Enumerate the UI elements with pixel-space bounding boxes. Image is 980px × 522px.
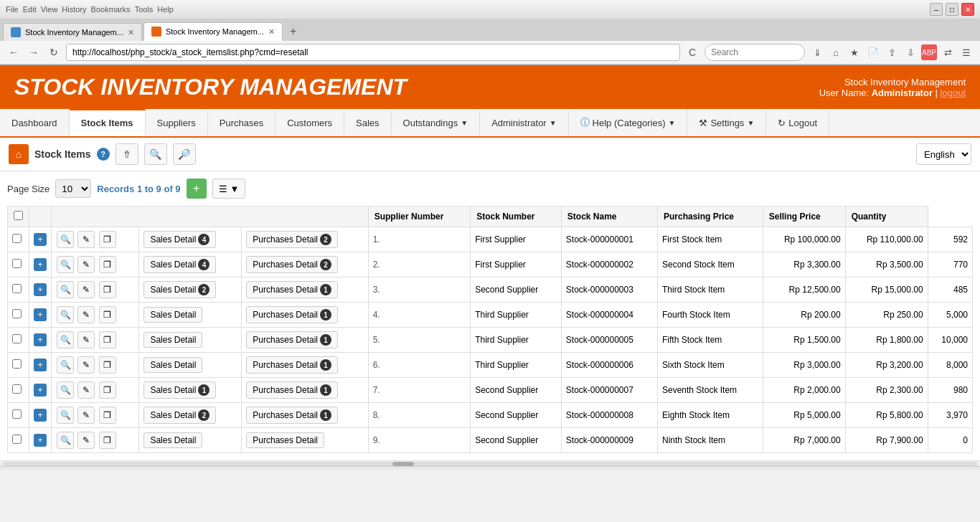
view-icon[interactable]: 🔍 (57, 356, 74, 374)
header-logout-link[interactable]: logout (941, 87, 966, 98)
copy-icon[interactable]: ❐ (99, 281, 116, 298)
search-button[interactable]: 🔍 (144, 143, 167, 165)
nav-stock-items[interactable]: Stock Items (70, 109, 146, 136)
view-icon[interactable]: 🔍 (57, 381, 74, 399)
row-expand-button[interactable]: + (34, 333, 47, 346)
sales-detail-button[interactable]: Sales Detail (143, 432, 202, 448)
sales-detail-button[interactable]: Sales Detail 4 (143, 231, 216, 248)
row-expand-button[interactable]: + (34, 233, 47, 246)
edit-icon[interactable]: ✎ (77, 381, 95, 399)
save-icon[interactable]: ⇩ (903, 44, 918, 60)
tab-1[interactable]: Stock Inventory Managem... ✕ (3, 23, 142, 41)
edit-icon[interactable]: ✎ (77, 331, 95, 348)
row-expand-button[interactable]: + (34, 258, 47, 271)
sales-detail-button[interactable]: Sales Detail 1 (143, 381, 216, 399)
purchases-detail-button[interactable]: Purchases Detail 2 (246, 256, 338, 273)
edit-icon[interactable]: ✎ (77, 256, 95, 273)
copy-icon[interactable]: ❐ (99, 432, 116, 449)
close-button[interactable]: ✕ (961, 3, 974, 16)
row-checkbox[interactable] (12, 409, 22, 419)
row-checkbox[interactable] (12, 234, 22, 243)
copy-icon[interactable]: ❐ (99, 306, 116, 323)
export-button[interactable]: ⇮ (116, 143, 138, 165)
sales-detail-button[interactable]: Sales Detail (143, 307, 202, 323)
purchases-detail-button[interactable]: Purchases Detail 1 (246, 306, 338, 323)
row-expand-button[interactable]: + (34, 308, 47, 321)
add-record-button[interactable]: + (187, 179, 207, 199)
toolbar-help-icon[interactable]: ? (97, 148, 110, 161)
maximize-button[interactable]: □ (946, 3, 958, 16)
zoom-button[interactable]: 🔎 (173, 143, 196, 165)
nav-settings[interactable]: ⚒ Settings ▼ (687, 110, 766, 136)
nav-suppliers[interactable]: Suppliers (146, 110, 208, 136)
row-checkbox[interactable] (12, 384, 22, 394)
row-checkbox[interactable] (12, 359, 22, 369)
copy-icon[interactable]: ❐ (99, 407, 116, 424)
edit-icon[interactable]: ✎ (77, 407, 95, 424)
view-icon[interactable]: 🔍 (57, 331, 74, 348)
edit-icon[interactable]: ✎ (77, 281, 95, 298)
row-expand-button[interactable]: + (34, 384, 47, 397)
copy-icon[interactable]: ❐ (99, 356, 116, 374)
sales-detail-button[interactable]: Sales Detail (143, 332, 202, 348)
go-button[interactable]: C (684, 44, 700, 60)
sales-detail-button[interactable]: Sales Detail (143, 357, 202, 373)
url-input[interactable] (66, 44, 680, 61)
bookmark-icon[interactable]: ★ (847, 44, 862, 60)
nav-logout[interactable]: ↻ Logout (766, 110, 829, 136)
purchases-detail-button[interactable]: Purchases Detail 1 (246, 331, 338, 348)
nav-administrator[interactable]: Administrator ▼ (480, 110, 568, 136)
home-icon[interactable]: ⌂ (828, 44, 844, 60)
purchases-detail-button[interactable]: Purchases Detail 2 (246, 231, 338, 248)
nav-customers[interactable]: Customers (275, 110, 344, 136)
sync-icon[interactable]: ⇄ (940, 44, 956, 60)
nav-purchases[interactable]: Purchases (208, 110, 275, 136)
page-size-select[interactable]: 10 (55, 179, 91, 198)
purchases-detail-button[interactable]: Purchases Detail 1 (246, 407, 338, 424)
purchases-detail-button[interactable]: Purchases Detail 1 (246, 381, 338, 399)
row-checkbox[interactable] (12, 284, 22, 293)
edit-icon[interactable]: ✎ (77, 306, 95, 323)
new-tab-button[interactable]: + (284, 22, 302, 41)
refresh-button[interactable]: ↻ (46, 44, 62, 60)
back-button[interactable]: ← (6, 44, 22, 60)
purchases-detail-button[interactable]: Purchases Detail 1 (246, 281, 338, 298)
download-icon[interactable]: ⇓ (809, 44, 825, 60)
view-icon[interactable]: 🔍 (57, 432, 74, 449)
view-icon[interactable]: 🔍 (57, 281, 74, 298)
view-icon[interactable]: 🔍 (57, 407, 74, 424)
row-expand-button[interactable]: + (34, 283, 47, 296)
sales-detail-button[interactable]: Sales Detail 2 (143, 281, 216, 298)
copy-icon[interactable]: ❐ (99, 331, 116, 348)
copy-icon[interactable]: ❐ (99, 381, 116, 399)
reader-icon[interactable]: 📄 (865, 44, 881, 60)
sales-detail-button[interactable]: Sales Detail 4 (143, 256, 216, 273)
abp-icon[interactable]: ABP (921, 44, 937, 60)
edit-icon[interactable]: ✎ (77, 432, 95, 449)
forward-button[interactable]: → (26, 44, 42, 60)
nav-sales[interactable]: Sales (344, 110, 392, 136)
tab2-close[interactable]: ✕ (268, 27, 275, 37)
nav-help[interactable]: ⓘ Help (Categories) ▼ (569, 109, 688, 136)
row-checkbox[interactable] (12, 309, 22, 318)
copy-icon[interactable]: ❐ (99, 256, 116, 273)
nav-dashboard[interactable]: Dashboard (0, 110, 70, 136)
table-menu-button[interactable]: ☰ ▼ (212, 179, 246, 199)
view-icon[interactable]: 🔍 (57, 231, 74, 248)
purchases-detail-button[interactable]: Purchases Detail 1 (246, 356, 338, 374)
row-checkbox[interactable] (12, 435, 22, 444)
row-expand-button[interactable]: + (34, 359, 47, 371)
sales-detail-button[interactable]: Sales Detail 2 (143, 407, 216, 424)
nav-outstandings[interactable]: Outstandings ▼ (392, 110, 481, 136)
row-checkbox[interactable] (12, 334, 22, 343)
view-icon[interactable]: 🔍 (57, 306, 74, 323)
edit-icon[interactable]: ✎ (77, 231, 95, 248)
minimize-button[interactable]: – (930, 3, 943, 16)
horizontal-scrollbar[interactable] (0, 460, 980, 466)
select-all-checkbox[interactable] (14, 211, 23, 220)
row-checkbox[interactable] (12, 259, 22, 268)
tab-2[interactable]: Stock Inventory Managem... ✕ (143, 22, 283, 41)
browser-search-input[interactable] (705, 44, 805, 61)
edit-icon[interactable]: ✎ (77, 356, 95, 374)
copy-icon[interactable]: ❐ (99, 231, 116, 248)
